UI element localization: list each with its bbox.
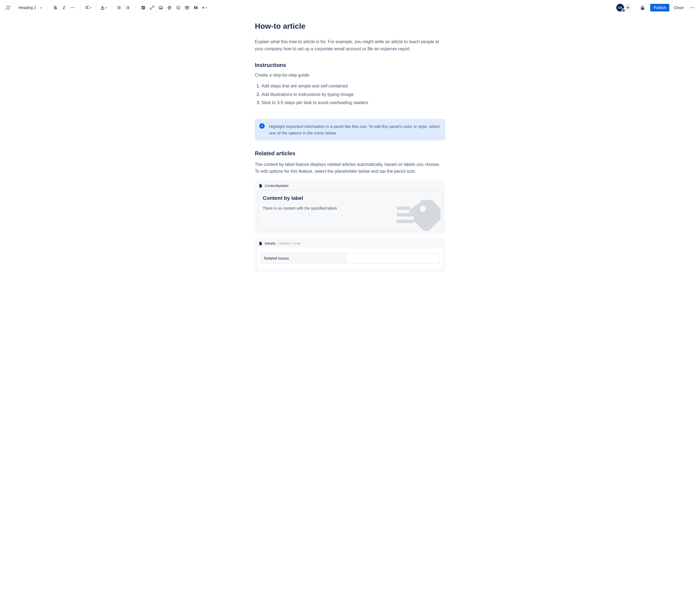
step-item[interactable]: Add illustrations to instructions by typ…	[261, 90, 445, 99]
mention-button[interactable]	[165, 3, 174, 12]
emoji-button[interactable]	[174, 3, 183, 12]
info-panel-text[interactable]: Highlight important information in a pan…	[269, 123, 441, 136]
svg-point-2	[74, 7, 75, 8]
table-cell[interactable]	[347, 253, 440, 264]
confluence-logo-icon	[5, 4, 12, 11]
info-icon: i	[259, 123, 265, 129]
user-avatar[interactable]: CK C	[616, 4, 624, 12]
chevron-down-icon: ▾	[40, 6, 42, 9]
svg-point-6	[117, 9, 118, 9]
svg-point-4	[117, 6, 118, 7]
link-button[interactable]	[148, 3, 157, 12]
alignment-dropdown[interactable]: ▾	[84, 3, 92, 12]
svg-text:3: 3	[126, 8, 127, 10]
separator	[135, 4, 136, 11]
details-table[interactable]: Related issues	[260, 253, 440, 264]
bold-button[interactable]	[51, 3, 60, 12]
details-macro[interactable]: Details | hidden = true Related issues	[255, 238, 445, 272]
macro-body[interactable]: Content by label There is no content wit…	[258, 190, 442, 231]
svg-point-0	[71, 7, 71, 8]
step-item[interactable]: Stick to 3-5 steps per task to avoid ove…	[261, 99, 445, 107]
svg-rect-22	[397, 207, 410, 210]
avatar-badge: C	[622, 9, 625, 12]
table-button[interactable]	[183, 3, 191, 12]
info-panel[interactable]: i Highlight important information in a p…	[255, 119, 445, 140]
table-header-cell[interactable]: Related issues	[261, 253, 347, 264]
numbered-list-button[interactable]: 123	[123, 3, 132, 12]
svg-point-1	[72, 7, 73, 8]
svg-rect-18	[196, 6, 197, 9]
tag-illustration-icon	[397, 195, 440, 231]
chevron-down-icon: ▾	[205, 6, 207, 9]
document-icon	[259, 242, 262, 245]
instructions-heading[interactable]: Instructions	[255, 62, 445, 68]
text-color-dropdown[interactable]: ▾	[99, 3, 108, 12]
editor-toolbar: Heading 2 ▾ ▾ ▾ 123 ▾ CK C	[0, 0, 700, 15]
separator	[80, 4, 81, 11]
step-item[interactable]: Add steps that are simple and self-conta…	[261, 82, 445, 90]
text-style-dropdown[interactable]: Heading 2 ▾	[16, 4, 44, 11]
close-button[interactable]: Close	[671, 4, 687, 12]
svg-point-5	[117, 8, 118, 8]
text-style-label: Heading 2	[18, 5, 36, 10]
svg-rect-3	[101, 9, 104, 10]
document-icon	[259, 184, 262, 188]
svg-point-12	[160, 7, 161, 8]
related-body[interactable]: The content by label feature displays re…	[255, 161, 445, 175]
more-actions-button[interactable]	[688, 3, 697, 12]
macro-meta: | hidden = true	[278, 241, 300, 245]
svg-rect-24	[397, 220, 414, 223]
content-by-label-macro[interactable]: Contentbylabel Content by label There is…	[255, 180, 445, 234]
image-button[interactable]	[157, 3, 165, 12]
svg-point-14	[177, 7, 178, 8]
avatar-initials: CK	[618, 6, 622, 9]
chevron-down-icon: ▾	[90, 6, 91, 9]
table-row: Related issues	[261, 253, 440, 264]
action-item-button[interactable]	[139, 3, 148, 12]
macro-header: Details | hidden = true	[258, 241, 442, 248]
macro-name: Details	[265, 241, 276, 245]
restrictions-icon[interactable]	[638, 3, 647, 12]
related-heading[interactable]: Related articles	[255, 150, 445, 157]
svg-rect-17	[194, 6, 196, 9]
separator	[111, 4, 111, 11]
editor-content[interactable]: How-to article Explain what this how-to …	[246, 22, 454, 272]
intro-paragraph[interactable]: Explain what this how-to article is for.…	[255, 38, 445, 52]
insert-dropdown[interactable]: ▾	[200, 3, 208, 12]
svg-point-13	[177, 6, 180, 9]
chevron-down-icon: ▾	[105, 6, 107, 9]
italic-button[interactable]	[60, 3, 68, 12]
steps-list[interactable]: Add steps that are simple and self-conta…	[255, 82, 445, 107]
instructions-sub[interactable]: Create a step-by-step guide:	[255, 73, 445, 78]
bullet-list-button[interactable]	[115, 3, 123, 12]
page-title[interactable]: How-to article	[255, 22, 445, 30]
separator	[47, 4, 48, 11]
svg-rect-16	[185, 6, 189, 9]
details-body[interactable]: Related issues	[258, 248, 442, 269]
svg-point-21	[693, 7, 694, 8]
macro-name: Contentbylabel	[265, 184, 288, 188]
svg-point-20	[692, 7, 692, 8]
svg-point-25	[420, 206, 426, 212]
macro-header: Contentbylabel	[258, 183, 442, 190]
layouts-button[interactable]	[191, 3, 200, 12]
svg-point-19	[690, 7, 691, 8]
svg-point-15	[178, 7, 179, 8]
separator	[96, 4, 96, 11]
publish-button[interactable]: Publish	[650, 4, 670, 12]
more-formatting-button[interactable]	[68, 3, 77, 12]
